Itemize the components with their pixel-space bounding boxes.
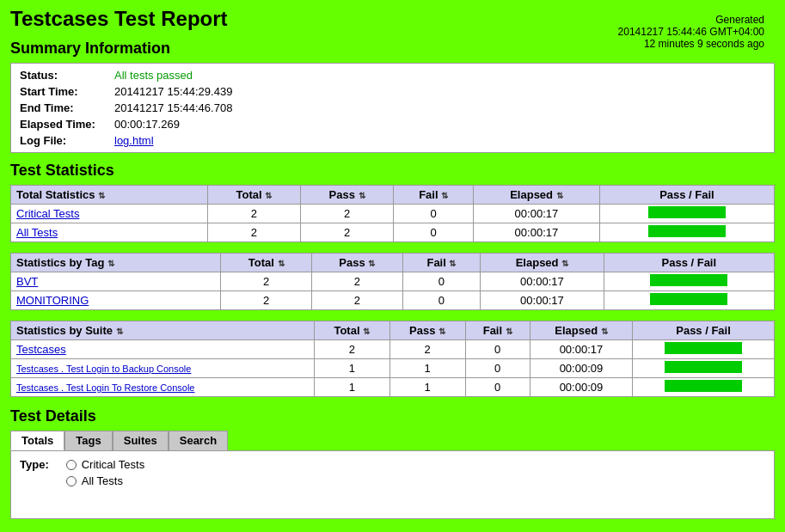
col-elapsed: Elapsed ⇅ xyxy=(474,186,600,205)
row-bar xyxy=(633,378,775,397)
table-row: Testcases . Test Login To Restore Consol… xyxy=(11,378,775,397)
generated-label: Generated xyxy=(618,14,764,26)
status-value: All tests passed xyxy=(114,69,193,82)
row-fail: 0 xyxy=(465,378,530,397)
row-fail: 0 xyxy=(394,223,474,242)
radio-group: Critical Tests All Tests xyxy=(66,458,144,487)
tab-totals[interactable]: Totals xyxy=(10,431,64,450)
row-name-link[interactable]: Testcases xyxy=(16,343,66,356)
generated-ago: 12 minutes 9 seconds ago xyxy=(618,38,764,50)
generated-info: Generated 20141217 15:44:46 GMT+04:00 12… xyxy=(618,14,764,50)
suite-col-elapsed: Elapsed ⇅ xyxy=(530,321,632,340)
row-bar xyxy=(633,359,775,378)
suite-col-total: Total ⇅ xyxy=(315,321,390,340)
row-elapsed: 00:00:09 xyxy=(530,359,632,378)
type-row: Type: Critical Tests All Tests xyxy=(20,458,765,487)
row-bar xyxy=(599,223,774,242)
row-total: 2 xyxy=(208,205,301,223)
row-bar xyxy=(633,340,775,359)
end-value: 20141217 15:44:46.708 xyxy=(111,100,769,116)
suite-statistics-table: Statistics by Suite ⇅ Total ⇅ Pass ⇅ Fai… xyxy=(10,321,775,397)
suite-col-pass: Pass ⇅ xyxy=(389,321,465,340)
sort-icon[interactable]: ⇅ xyxy=(98,191,105,200)
radio-circle-all xyxy=(66,476,77,486)
table-row: Testcases 2 2 0 00:00:17 xyxy=(11,340,775,359)
row-pass: 2 xyxy=(311,272,402,291)
log-link[interactable]: log.html xyxy=(114,134,154,147)
elapsed-value: 00:00:17.269 xyxy=(111,116,769,132)
type-label: Type: xyxy=(20,458,49,471)
row-name-link[interactable]: BVT xyxy=(16,275,38,288)
elapsed-label: Elapsed Time: xyxy=(16,116,111,132)
radio-critical[interactable]: Critical Tests xyxy=(66,458,144,471)
row-bar xyxy=(604,291,774,310)
table-row: MONITORING 2 2 0 00:00:17 xyxy=(11,291,775,310)
row-elapsed: 00:00:17 xyxy=(530,340,632,359)
sort-fail-icon[interactable]: ⇅ xyxy=(441,191,448,200)
row-pass: 2 xyxy=(389,340,465,359)
radio-circle-critical xyxy=(66,460,77,470)
test-details-title: Test Details xyxy=(10,407,775,425)
row-total: 2 xyxy=(221,272,311,291)
tab-search[interactable]: Search xyxy=(169,431,228,450)
suite-col-fail: Fail ⇅ xyxy=(465,321,530,340)
row-bar xyxy=(604,272,774,291)
status-label: Status: xyxy=(16,67,111,83)
summary-row-end: End Time: 20141217 15:44:46.708 xyxy=(16,100,769,116)
tag-statistics-table: Statistics by Tag ⇅ Total ⇅ Pass ⇅ Fail … xyxy=(10,253,775,310)
tag-col-total: Total ⇅ xyxy=(221,254,311,272)
col-passfail: Pass / Fail xyxy=(599,186,774,205)
row-fail: 0 xyxy=(394,205,474,223)
row-elapsed: 00:00:17 xyxy=(474,223,600,242)
row-elapsed: 00:00:17 xyxy=(481,291,604,310)
tag-col-passfail: Pass / Fail xyxy=(604,254,774,272)
col-total: Total ⇅ xyxy=(208,186,301,205)
row-pass: 2 xyxy=(300,205,393,223)
row-total: 2 xyxy=(208,223,301,242)
col-fail: Fail ⇅ xyxy=(394,186,474,205)
radio-label-all: All Tests xyxy=(82,474,123,487)
row-fail: 0 xyxy=(465,359,530,378)
row-elapsed: 00:00:17 xyxy=(474,205,600,223)
table-row: Critical Tests 2 2 0 00:00:17 xyxy=(11,205,775,223)
sort-total-icon[interactable]: ⇅ xyxy=(265,191,272,200)
sort-elapsed-icon[interactable]: ⇅ xyxy=(556,191,563,200)
summary-row-elapsed: Elapsed Time: 00:00:17.269 xyxy=(16,116,769,132)
summary-row-log: Log File: log.html xyxy=(16,132,769,149)
test-statistics-title: Test Statistics xyxy=(10,162,775,180)
col-pass: Pass ⇅ xyxy=(300,186,393,205)
suite-col-passfail: Pass / Fail xyxy=(633,321,775,340)
row-name-link[interactable]: All Tests xyxy=(16,226,58,239)
row-total: 1 xyxy=(315,378,390,397)
sort-pass-icon[interactable]: ⇅ xyxy=(359,191,365,200)
tab-tags[interactable]: Tags xyxy=(64,431,112,450)
tab-suites[interactable]: Suites xyxy=(113,431,169,450)
row-name-link[interactable]: Critical Tests xyxy=(16,207,79,220)
suite-stats-header: Statistics by Suite ⇅ xyxy=(11,321,315,340)
row-pass: 2 xyxy=(300,223,393,242)
table-row: All Tests 2 2 0 00:00:17 xyxy=(11,223,775,242)
end-label: End Time: xyxy=(16,100,111,116)
summary-table: Status: All tests passed Start Time: 201… xyxy=(10,63,775,153)
tab-content: Type: Critical Tests All Tests xyxy=(10,450,775,519)
row-bar xyxy=(599,205,774,223)
sort-suite-icon[interactable]: ⇅ xyxy=(116,327,123,336)
row-fail: 0 xyxy=(402,272,481,291)
tag-col-pass: Pass ⇅ xyxy=(311,254,402,272)
row-fail: 0 xyxy=(465,340,530,359)
summary-row-start: Start Time: 20141217 15:44:29.439 xyxy=(16,83,769,100)
sort-tag-icon[interactable]: ⇅ xyxy=(107,259,114,268)
table-row: BVT 2 2 0 00:00:17 xyxy=(11,272,775,291)
row-pass: 1 xyxy=(389,378,465,397)
row-total: 2 xyxy=(221,291,311,310)
row-fail: 0 xyxy=(402,291,481,310)
summary-row-status: Status: All tests passed xyxy=(16,67,769,83)
table-row: Testcases . Test Login to Backup Console… xyxy=(11,359,775,378)
total-statistics-table: Total Statistics ⇅ Total ⇅ Pass ⇅ Fail ⇅… xyxy=(10,185,775,242)
row-name-link[interactable]: Testcases . Test Login To Restore Consol… xyxy=(16,382,195,393)
row-elapsed: 00:00:09 xyxy=(530,378,632,397)
radio-all[interactable]: All Tests xyxy=(66,474,144,487)
row-name-link[interactable]: MONITORING xyxy=(16,294,89,307)
start-value: 20141217 15:44:29.439 xyxy=(111,83,769,100)
row-name-link[interactable]: Testcases . Test Login to Backup Console xyxy=(16,364,191,374)
